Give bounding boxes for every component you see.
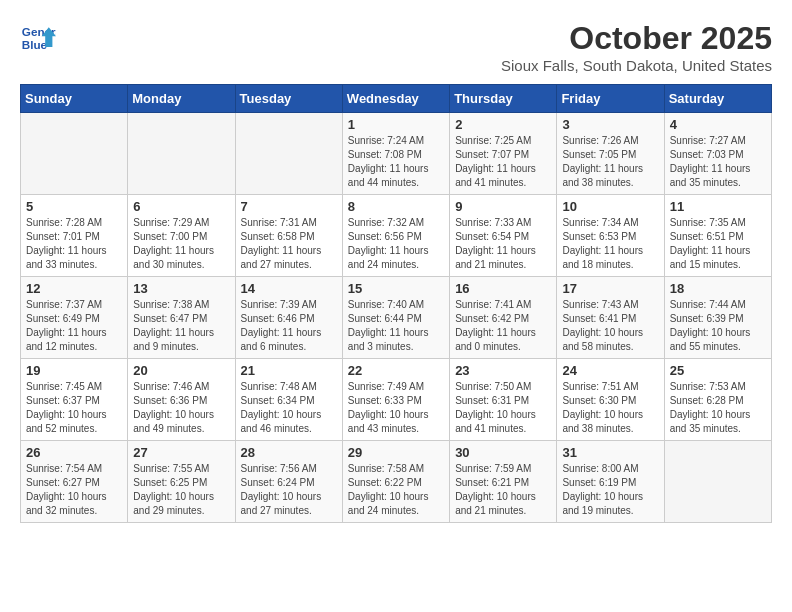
calendar-cell: 28Sunrise: 7:56 AMSunset: 6:24 PMDayligh…: [235, 441, 342, 523]
day-info: Sunrise: 7:54 AMSunset: 6:27 PMDaylight:…: [26, 462, 122, 518]
calendar-cell: 30Sunrise: 7:59 AMSunset: 6:21 PMDayligh…: [450, 441, 557, 523]
calendar-cell: 21Sunrise: 7:48 AMSunset: 6:34 PMDayligh…: [235, 359, 342, 441]
calendar-table: SundayMondayTuesdayWednesdayThursdayFrid…: [20, 84, 772, 523]
day-info: Sunrise: 7:43 AMSunset: 6:41 PMDaylight:…: [562, 298, 658, 354]
day-info: Sunrise: 7:49 AMSunset: 6:33 PMDaylight:…: [348, 380, 444, 436]
day-info: Sunrise: 7:32 AMSunset: 6:56 PMDaylight:…: [348, 216, 444, 272]
logo: General Blue: [20, 20, 56, 56]
week-row-3: 12Sunrise: 7:37 AMSunset: 6:49 PMDayligh…: [21, 277, 772, 359]
calendar-cell: 25Sunrise: 7:53 AMSunset: 6:28 PMDayligh…: [664, 359, 771, 441]
calendar-cell: 31Sunrise: 8:00 AMSunset: 6:19 PMDayligh…: [557, 441, 664, 523]
day-info: Sunrise: 7:29 AMSunset: 7:00 PMDaylight:…: [133, 216, 229, 272]
calendar-subtitle: Sioux Falls, South Dakota, United States: [501, 57, 772, 74]
calendar-cell: 20Sunrise: 7:46 AMSunset: 6:36 PMDayligh…: [128, 359, 235, 441]
calendar-cell: 4Sunrise: 7:27 AMSunset: 7:03 PMDaylight…: [664, 113, 771, 195]
day-info: Sunrise: 7:33 AMSunset: 6:54 PMDaylight:…: [455, 216, 551, 272]
calendar-cell: 10Sunrise: 7:34 AMSunset: 6:53 PMDayligh…: [557, 195, 664, 277]
day-number: 14: [241, 281, 337, 296]
day-number: 15: [348, 281, 444, 296]
day-info: Sunrise: 7:40 AMSunset: 6:44 PMDaylight:…: [348, 298, 444, 354]
day-info: Sunrise: 7:26 AMSunset: 7:05 PMDaylight:…: [562, 134, 658, 190]
day-number: 22: [348, 363, 444, 378]
day-number: 13: [133, 281, 229, 296]
day-info: Sunrise: 7:28 AMSunset: 7:01 PMDaylight:…: [26, 216, 122, 272]
day-info: Sunrise: 7:56 AMSunset: 6:24 PMDaylight:…: [241, 462, 337, 518]
day-number: 24: [562, 363, 658, 378]
day-number: 9: [455, 199, 551, 214]
calendar-cell: 23Sunrise: 7:50 AMSunset: 6:31 PMDayligh…: [450, 359, 557, 441]
calendar-cell: 5Sunrise: 7:28 AMSunset: 7:01 PMDaylight…: [21, 195, 128, 277]
day-info: Sunrise: 8:00 AMSunset: 6:19 PMDaylight:…: [562, 462, 658, 518]
day-number: 26: [26, 445, 122, 460]
calendar-cell: 11Sunrise: 7:35 AMSunset: 6:51 PMDayligh…: [664, 195, 771, 277]
calendar-cell: 17Sunrise: 7:43 AMSunset: 6:41 PMDayligh…: [557, 277, 664, 359]
day-info: Sunrise: 7:24 AMSunset: 7:08 PMDaylight:…: [348, 134, 444, 190]
calendar-cell: 15Sunrise: 7:40 AMSunset: 6:44 PMDayligh…: [342, 277, 449, 359]
day-number: 27: [133, 445, 229, 460]
day-number: 16: [455, 281, 551, 296]
day-info: Sunrise: 7:34 AMSunset: 6:53 PMDaylight:…: [562, 216, 658, 272]
day-info: Sunrise: 7:38 AMSunset: 6:47 PMDaylight:…: [133, 298, 229, 354]
calendar-cell: [128, 113, 235, 195]
week-row-1: 1Sunrise: 7:24 AMSunset: 7:08 PMDaylight…: [21, 113, 772, 195]
page-header: General Blue October 2025 Sioux Falls, S…: [20, 20, 772, 74]
day-header-wednesday: Wednesday: [342, 85, 449, 113]
calendar-cell: 3Sunrise: 7:26 AMSunset: 7:05 PMDaylight…: [557, 113, 664, 195]
day-info: Sunrise: 7:48 AMSunset: 6:34 PMDaylight:…: [241, 380, 337, 436]
day-number: 18: [670, 281, 766, 296]
day-info: Sunrise: 7:41 AMSunset: 6:42 PMDaylight:…: [455, 298, 551, 354]
day-number: 5: [26, 199, 122, 214]
day-number: 10: [562, 199, 658, 214]
day-info: Sunrise: 7:39 AMSunset: 6:46 PMDaylight:…: [241, 298, 337, 354]
day-header-sunday: Sunday: [21, 85, 128, 113]
calendar-cell: 9Sunrise: 7:33 AMSunset: 6:54 PMDaylight…: [450, 195, 557, 277]
day-info: Sunrise: 7:31 AMSunset: 6:58 PMDaylight:…: [241, 216, 337, 272]
week-row-5: 26Sunrise: 7:54 AMSunset: 6:27 PMDayligh…: [21, 441, 772, 523]
calendar-cell: 7Sunrise: 7:31 AMSunset: 6:58 PMDaylight…: [235, 195, 342, 277]
calendar-cell: 24Sunrise: 7:51 AMSunset: 6:30 PMDayligh…: [557, 359, 664, 441]
day-info: Sunrise: 7:35 AMSunset: 6:51 PMDaylight:…: [670, 216, 766, 272]
calendar-cell: 16Sunrise: 7:41 AMSunset: 6:42 PMDayligh…: [450, 277, 557, 359]
calendar-cell: 12Sunrise: 7:37 AMSunset: 6:49 PMDayligh…: [21, 277, 128, 359]
svg-text:Blue: Blue: [22, 38, 48, 51]
day-number: 28: [241, 445, 337, 460]
day-info: Sunrise: 7:46 AMSunset: 6:36 PMDaylight:…: [133, 380, 229, 436]
day-info: Sunrise: 7:37 AMSunset: 6:49 PMDaylight:…: [26, 298, 122, 354]
day-header-saturday: Saturday: [664, 85, 771, 113]
day-number: 19: [26, 363, 122, 378]
day-info: Sunrise: 7:58 AMSunset: 6:22 PMDaylight:…: [348, 462, 444, 518]
day-header-thursday: Thursday: [450, 85, 557, 113]
calendar-cell: 1Sunrise: 7:24 AMSunset: 7:08 PMDaylight…: [342, 113, 449, 195]
day-info: Sunrise: 7:53 AMSunset: 6:28 PMDaylight:…: [670, 380, 766, 436]
day-info: Sunrise: 7:59 AMSunset: 6:21 PMDaylight:…: [455, 462, 551, 518]
day-info: Sunrise: 7:25 AMSunset: 7:07 PMDaylight:…: [455, 134, 551, 190]
day-number: 17: [562, 281, 658, 296]
week-row-4: 19Sunrise: 7:45 AMSunset: 6:37 PMDayligh…: [21, 359, 772, 441]
calendar-cell: 2Sunrise: 7:25 AMSunset: 7:07 PMDaylight…: [450, 113, 557, 195]
day-number: 12: [26, 281, 122, 296]
day-header-tuesday: Tuesday: [235, 85, 342, 113]
day-info: Sunrise: 7:50 AMSunset: 6:31 PMDaylight:…: [455, 380, 551, 436]
day-header-monday: Monday: [128, 85, 235, 113]
day-number: 29: [348, 445, 444, 460]
calendar-cell: 27Sunrise: 7:55 AMSunset: 6:25 PMDayligh…: [128, 441, 235, 523]
day-number: 4: [670, 117, 766, 132]
calendar-title: October 2025: [501, 20, 772, 57]
calendar-cell: 19Sunrise: 7:45 AMSunset: 6:37 PMDayligh…: [21, 359, 128, 441]
day-info: Sunrise: 7:27 AMSunset: 7:03 PMDaylight:…: [670, 134, 766, 190]
day-info: Sunrise: 7:55 AMSunset: 6:25 PMDaylight:…: [133, 462, 229, 518]
day-number: 8: [348, 199, 444, 214]
calendar-cell: [235, 113, 342, 195]
day-number: 30: [455, 445, 551, 460]
calendar-cell: [21, 113, 128, 195]
day-number: 25: [670, 363, 766, 378]
calendar-cell: 14Sunrise: 7:39 AMSunset: 6:46 PMDayligh…: [235, 277, 342, 359]
day-info: Sunrise: 7:45 AMSunset: 6:37 PMDaylight:…: [26, 380, 122, 436]
day-number: 2: [455, 117, 551, 132]
calendar-cell: 8Sunrise: 7:32 AMSunset: 6:56 PMDaylight…: [342, 195, 449, 277]
day-number: 7: [241, 199, 337, 214]
day-number: 20: [133, 363, 229, 378]
day-number: 1: [348, 117, 444, 132]
calendar-cell: 18Sunrise: 7:44 AMSunset: 6:39 PMDayligh…: [664, 277, 771, 359]
day-number: 21: [241, 363, 337, 378]
